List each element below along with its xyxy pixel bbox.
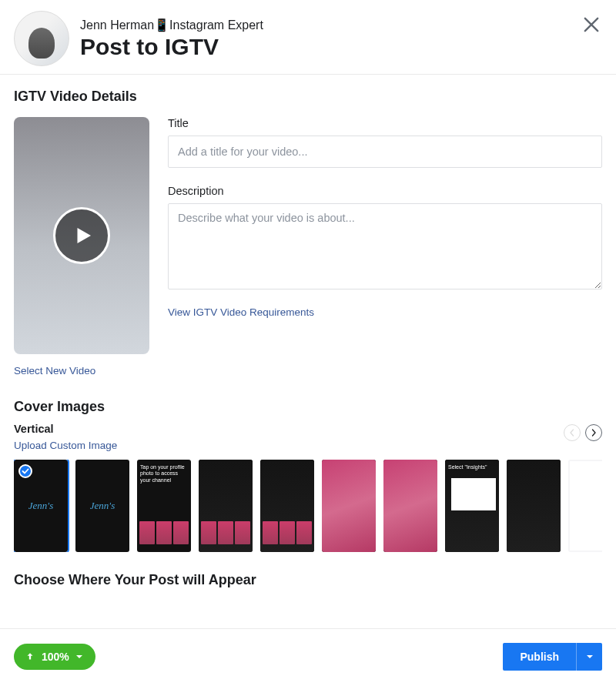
thumbnail-caption: Select "Insights" (448, 464, 496, 470)
video-column: Select New Video (14, 117, 149, 377)
selected-check-icon (18, 464, 32, 478)
cover-scroll-arrows (564, 424, 602, 452)
dialog-body[interactable]: IGTV Video Details Select New Video Titl… (0, 75, 616, 628)
dialog-footer: 100% Publish (0, 628, 616, 686)
publish-button[interactable]: Publish (503, 643, 576, 671)
thumbnail-logo-text: Jenn's (90, 500, 115, 512)
caret-down-icon (586, 653, 594, 661)
orientation-label: Vertical (14, 423, 117, 435)
description-label: Description (168, 185, 602, 197)
upload-icon (25, 651, 35, 662)
cover-thumbnail[interactable]: Select "Insights" (445, 460, 499, 552)
cover-section-title: Cover Images (14, 399, 117, 415)
dialog-title: Post to IGTV (80, 34, 263, 60)
cover-thumbnail[interactable] (260, 460, 314, 552)
description-input[interactable] (168, 203, 602, 289)
select-new-video-link[interactable]: Select New Video (14, 365, 95, 376)
cover-thumbnail[interactable]: Jenn's (14, 460, 68, 552)
title-input[interactable] (168, 136, 602, 168)
cover-header-left: Cover Images Vertical Upload Custom Imag… (14, 399, 117, 452)
close-icon (581, 14, 602, 35)
upload-custom-image-link[interactable]: Upload Custom Image (14, 440, 117, 451)
play-icon (72, 224, 95, 247)
caret-down-icon (75, 653, 83, 661)
requirements-link[interactable]: View IGTV Video Requirements (168, 306, 314, 318)
profile-avatar (14, 11, 69, 66)
play-button[interactable] (53, 207, 110, 264)
upload-status-pill[interactable]: 100% (14, 644, 95, 670)
cover-thumbnail[interactable]: Jenn's (75, 460, 129, 552)
upload-percent: 100% (42, 651, 69, 663)
thumbnail-caption: Tap on your profile photo to access your… (140, 464, 188, 484)
publish-button-group: Publish (503, 643, 602, 671)
cover-thumbnail[interactable] (322, 460, 376, 552)
chevron-right-icon (590, 429, 598, 437)
details-row: Select New Video Title Description View … (14, 117, 602, 377)
details-section-title: IGTV Video Details (14, 89, 602, 105)
cover-thumbnail[interactable] (383, 460, 437, 552)
header-titles: Jenn Herman📱Instagram Expert Post to IGT… (80, 18, 263, 60)
cover-thumbnails: Jenn'sJenn'sTap on your profile photo to… (14, 460, 602, 552)
cover-header: Cover Images Vertical Upload Custom Imag… (14, 399, 602, 452)
video-preview[interactable] (14, 117, 149, 354)
cover-next-button[interactable] (585, 424, 602, 441)
cover-thumbnail[interactable] (507, 460, 561, 552)
cover-prev-button[interactable] (564, 424, 581, 441)
user-name: Jenn Herman📱Instagram Expert (80, 18, 263, 32)
dialog-header: Jenn Herman📱Instagram Expert Post to IGT… (0, 0, 616, 75)
chevron-left-icon (568, 429, 576, 437)
publish-dropdown-button[interactable] (576, 643, 602, 671)
appear-section-title: Choose Where Your Post will Appear (14, 572, 602, 588)
cover-thumbnail[interactable] (568, 460, 602, 552)
post-to-igtv-dialog: Jenn Herman📱Instagram Expert Post to IGT… (0, 0, 616, 686)
cover-thumbnail[interactable]: Tap on your profile photo to access your… (137, 460, 191, 552)
title-label: Title (168, 117, 602, 129)
fields-column: Title Description View IGTV Video Requir… (168, 117, 602, 377)
thumbnail-logo-text: Jenn's (28, 500, 53, 512)
close-button[interactable] (581, 14, 602, 35)
cover-thumbnail[interactable] (199, 460, 253, 552)
